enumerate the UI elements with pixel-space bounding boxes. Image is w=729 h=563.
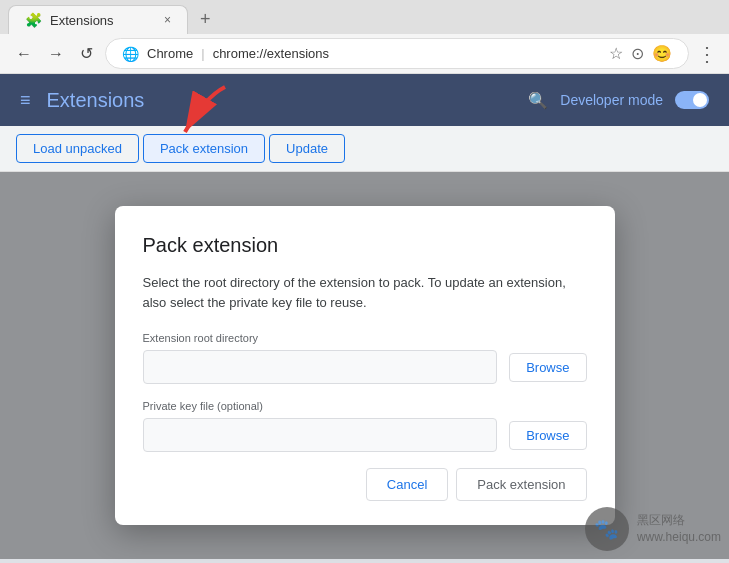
pack-extension-submit-button[interactable]: Pack extension (456, 468, 586, 501)
address-prefix: Chrome (147, 46, 193, 61)
sidebar-menu-icon[interactable]: ≡ (20, 90, 31, 111)
watermark-text: 黑区网络 www.heiqu.com (637, 512, 721, 546)
pack-extension-dialog: Pack extension Select the root directory… (115, 206, 615, 525)
private-key-input[interactable] (143, 418, 498, 452)
address-url: chrome://extensions (213, 46, 329, 61)
tab-close-button[interactable]: × (164, 13, 171, 27)
new-tab-button[interactable]: + (188, 4, 223, 34)
refresh-button[interactable]: ↺ (76, 40, 97, 67)
extensions-tab[interactable]: 🧩 Extensions × (8, 5, 188, 34)
browser-menu-icon[interactable]: ⋮ (697, 42, 717, 66)
dialog-actions: Cancel Pack extension (143, 468, 587, 501)
root-directory-label: Extension root directory (143, 332, 587, 344)
header-right: 🔍 Developer mode (528, 91, 709, 110)
tab-bar: 🧩 Extensions × + (0, 0, 729, 34)
emoji-icon[interactable]: 😊 (652, 44, 672, 63)
root-directory-field: Extension root directory Browse (143, 332, 587, 384)
developer-mode-label: Developer mode (560, 92, 663, 108)
search-icon[interactable]: 🔍 (528, 91, 548, 110)
private-key-field: Private key file (optional) Browse (143, 400, 587, 452)
developer-mode-toggle[interactable] (675, 91, 709, 109)
red-arrow (145, 77, 265, 177)
lock-icon: 🌐 (122, 46, 139, 62)
address-bar: ← → ↺ 🌐 Chrome | chrome://extensions ☆ ⊙… (0, 34, 729, 74)
extensions-header: ≡ Extensions 🔍 Developer mode (0, 74, 729, 126)
watermark: 🐾 黑区网络 www.heiqu.com (585, 507, 721, 551)
address-input[interactable]: 🌐 Chrome | chrome://extensions ☆ ⊙ 😊 (105, 38, 689, 69)
tab-title: Extensions (50, 13, 114, 28)
load-unpacked-button[interactable]: Load unpacked (16, 134, 139, 163)
root-directory-row: Browse (143, 350, 587, 384)
extensions-title: Extensions (47, 89, 145, 112)
root-directory-input[interactable] (143, 350, 498, 384)
github-icon[interactable]: ⊙ (631, 44, 644, 63)
cancel-button[interactable]: Cancel (366, 468, 448, 501)
dialog-backdrop: Pack extension Select the root directory… (0, 172, 729, 559)
key-browse-button[interactable]: Browse (509, 421, 586, 450)
extensions-toolbar: Load unpacked Pack extension Update (0, 126, 729, 172)
update-button[interactable]: Update (269, 134, 345, 163)
dialog-title: Pack extension (143, 234, 587, 257)
tab-extension-icon: 🧩 (25, 12, 42, 28)
dialog-description: Select the root directory of the extensi… (143, 273, 587, 312)
private-key-row: Browse (143, 418, 587, 452)
main-area: Pack extension Select the root directory… (0, 172, 729, 559)
bookmark-icon[interactable]: ☆ (609, 44, 623, 63)
address-icons: ☆ ⊙ 😊 (609, 44, 672, 63)
watermark-logo: 🐾 (585, 507, 629, 551)
private-key-label: Private key file (optional) (143, 400, 587, 412)
back-button[interactable]: ← (12, 41, 36, 67)
root-browse-button[interactable]: Browse (509, 353, 586, 382)
forward-button[interactable]: → (44, 41, 68, 67)
